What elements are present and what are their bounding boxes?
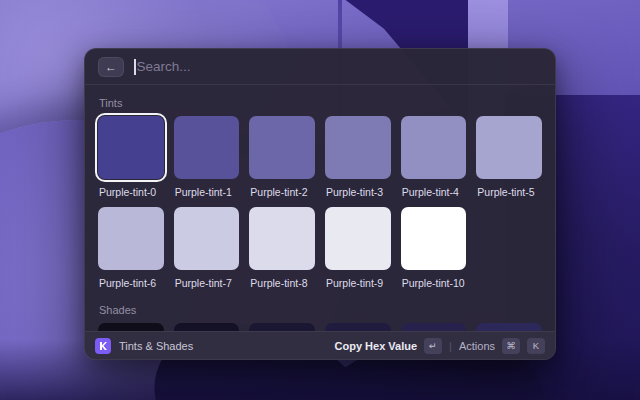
search-input[interactable] (137, 59, 543, 74)
color-swatch-cell: Purple-tint-0 (98, 116, 164, 207)
results-list: Tints Purple-tint-0 Purple-tint-1 Purple… (85, 85, 555, 331)
swatch-label: Purple-tint-5 (477, 186, 541, 198)
color-swatch-cell (401, 323, 467, 331)
swatch-label: Purple-tint-10 (402, 277, 466, 289)
swatch-label: Purple-tint-0 (99, 186, 163, 198)
section-title-shades: Shades (99, 304, 541, 316)
footer-bar: Tints & Shades Copy Hex Value ↵ | Action… (85, 331, 555, 359)
swatch-purple-tint-7[interactable] (174, 207, 240, 270)
color-swatch-cell: Purple-tint-9 (325, 207, 391, 298)
swatch-label: Purple-tint-6 (99, 277, 163, 289)
footer-actions: Copy Hex Value ↵ | Actions ⌘ K (335, 338, 545, 354)
color-swatch-cell: Purple-tint-6 (98, 207, 164, 298)
swatch-label: Purple-tint-2 (250, 186, 314, 198)
swatch-purple-shade-2[interactable] (249, 323, 315, 331)
color-swatch-cell: Purple-tint-10 (401, 207, 467, 298)
swatch-label: Purple-tint-9 (326, 277, 390, 289)
text-cursor (134, 59, 136, 75)
swatch-label: Purple-tint-1 (175, 186, 239, 198)
enter-key-badge: ↵ (424, 338, 442, 354)
swatch-purple-tint-8[interactable] (249, 207, 315, 270)
color-swatch-cell: Purple-tint-2 (249, 116, 315, 207)
copy-hex-value-action[interactable]: Copy Hex Value (335, 340, 418, 352)
empty-cell (476, 207, 542, 298)
tints-row-1: Purple-tint-0 Purple-tint-1 Purple-tint-… (98, 116, 542, 207)
cmd-key-badge: ⌘ (502, 338, 520, 354)
swatch-purple-shade-4[interactable] (401, 323, 467, 331)
search-bar: ← (85, 49, 555, 85)
extension-name: Tints & Shades (119, 340, 327, 352)
color-swatch-cell: Purple-tint-1 (174, 116, 240, 207)
tints-row-2: Purple-tint-6 Purple-tint-7 Purple-tint-… (98, 207, 542, 298)
app-icon-glyph (98, 341, 108, 351)
swatch-purple-shade-3[interactable] (325, 323, 391, 331)
swatch-purple-shade-1[interactable] (174, 323, 240, 331)
color-swatch-cell: Purple-tint-8 (249, 207, 315, 298)
swatch-purple-tint-5[interactable] (476, 116, 542, 179)
color-swatch-cell (476, 323, 542, 331)
color-swatch-cell: Purple-tint-3 (325, 116, 391, 207)
swatch-purple-tint-4[interactable] (401, 116, 467, 179)
actions-menu-button[interactable]: Actions (459, 340, 495, 352)
swatch-purple-tint-0[interactable] (98, 116, 164, 179)
swatch-label: Purple-tint-4 (402, 186, 466, 198)
color-swatch-cell: Purple-tint-4 (401, 116, 467, 207)
section-title-tints: Tints (99, 97, 541, 109)
color-swatch-cell (98, 323, 164, 331)
swatch-purple-tint-9[interactable] (325, 207, 391, 270)
k-key-badge: K (527, 338, 545, 354)
swatch-purple-tint-3[interactable] (325, 116, 391, 179)
swatch-purple-tint-10[interactable] (401, 207, 467, 270)
footer-divider: | (449, 340, 452, 352)
swatch-label: Purple-tint-3 (326, 186, 390, 198)
color-swatch-cell (325, 323, 391, 331)
swatch-purple-shade-5[interactable] (476, 323, 542, 331)
color-swatch-cell: Purple-tint-5 (476, 116, 542, 207)
tints-shades-app-icon (95, 338, 111, 354)
swatch-label: Purple-tint-8 (250, 277, 314, 289)
back-button[interactable]: ← (98, 57, 124, 77)
swatch-purple-shade-0[interactable] (98, 323, 164, 331)
command-palette-window: ← Tints Purple-tint-0 Purple-tint-1 Purp… (84, 48, 556, 360)
swatch-purple-tint-1[interactable] (174, 116, 240, 179)
swatch-purple-tint-2[interactable] (249, 116, 315, 179)
swatch-label: Purple-tint-7 (175, 277, 239, 289)
color-swatch-cell: Purple-tint-7 (174, 207, 240, 298)
color-swatch-cell (249, 323, 315, 331)
swatch-purple-tint-6[interactable] (98, 207, 164, 270)
color-swatch-cell (174, 323, 240, 331)
shades-row-1 (98, 323, 542, 331)
